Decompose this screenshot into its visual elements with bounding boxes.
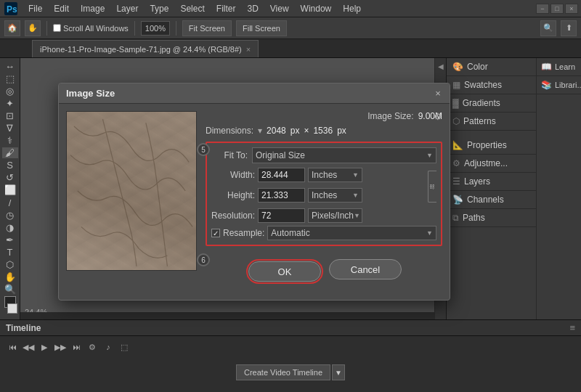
chain-link-icon[interactable]: ⛓ bbox=[428, 171, 436, 203]
share-icon[interactable]: ⬆ bbox=[561, 20, 577, 36]
side-panels: 🎨 Color ▦ Swatches ▓ Gradients ⬡ bbox=[446, 58, 536, 319]
fit-screen-button[interactable]: Fit Screen bbox=[182, 20, 232, 36]
bg-color[interactable] bbox=[7, 303, 17, 314]
dimensions-expand-icon[interactable]: ▾ bbox=[258, 126, 262, 136]
type-tool[interactable]: T bbox=[2, 247, 18, 258]
hand-tool[interactable]: ✋ bbox=[2, 271, 18, 282]
document-tab[interactable]: iPhone-11-Pro-Image-Sample-71.jpg @ 24.4… bbox=[32, 40, 259, 57]
menu-edit[interactable]: Edit bbox=[49, 2, 74, 15]
clone-tool[interactable]: S bbox=[2, 160, 18, 171]
swatches-panel-row[interactable]: ▦ Swatches bbox=[447, 76, 536, 94]
tl-settings-btn[interactable]: ⚙ bbox=[86, 340, 99, 354]
zoom-input[interactable] bbox=[141, 21, 170, 36]
properties-label: Properties bbox=[467, 140, 507, 150]
color-label: Color bbox=[467, 62, 488, 72]
libraries-icon: 📚 bbox=[541, 80, 552, 90]
timeline-menu-icon[interactable]: ≡ bbox=[569, 322, 575, 333]
minimize-button[interactable]: − bbox=[536, 4, 549, 14]
toolbar-sep2 bbox=[134, 21, 135, 36]
resolution-input[interactable] bbox=[258, 208, 305, 223]
dialog-buttons: OK Cancel bbox=[206, 253, 442, 293]
gear-icon[interactable]: ⚙ bbox=[434, 111, 442, 122]
menu-type[interactable]: Type bbox=[145, 2, 174, 15]
menu-layer[interactable]: Layer bbox=[111, 2, 143, 15]
menu-3d[interactable]: 3D bbox=[242, 2, 263, 15]
lasso-tool[interactable]: ◎ bbox=[2, 86, 18, 97]
healing-tool[interactable]: ⚕ bbox=[2, 135, 18, 146]
blur-tool[interactable]: ◷ bbox=[2, 210, 18, 221]
pen-tool[interactable]: ✒ bbox=[2, 234, 18, 245]
dialog-title: Image Size bbox=[66, 88, 115, 99]
resample-row: ✓ Resample: Automatic ▼ bbox=[211, 226, 436, 240]
marquee-tool[interactable]: ⬚ bbox=[2, 73, 18, 84]
adjustments-panel-row[interactable]: ⚙ Adjustme... bbox=[447, 155, 536, 172]
image-preview bbox=[66, 111, 197, 271]
horizontal-scrollbar[interactable] bbox=[20, 312, 434, 319]
dodge-tool[interactable]: ◑ bbox=[2, 222, 18, 233]
tl-fwd-btn[interactable]: ▶▶ bbox=[54, 340, 67, 354]
create-timeline-button[interactable]: Create Video Timeline bbox=[236, 364, 330, 380]
channels-panel-row[interactable]: 📡 Channels bbox=[447, 191, 536, 208]
create-timeline-container: Create Video Timeline ▼ bbox=[236, 364, 345, 380]
eraser-tool[interactable]: ⬜ bbox=[2, 184, 18, 195]
hand-tool-icon[interactable]: ✋ bbox=[25, 20, 41, 36]
channels-section: 📡 Channels bbox=[447, 191, 536, 209]
menu-window[interactable]: Window bbox=[296, 2, 337, 15]
close-button[interactable]: × bbox=[565, 4, 578, 14]
resolution-unit-select[interactable]: Pixels/Inch ▼ bbox=[308, 208, 362, 223]
brush-tool[interactable]: 🖌 bbox=[2, 147, 18, 158]
tl-back-btn[interactable]: ◀◀ bbox=[22, 340, 35, 354]
menu-file[interactable]: File bbox=[23, 2, 47, 15]
fit-to-select[interactable]: Original Size ▼ bbox=[252, 147, 436, 163]
gradient-tool[interactable]: / bbox=[2, 197, 18, 208]
menu-filter[interactable]: Filter bbox=[211, 2, 241, 15]
tab-close-icon[interactable]: × bbox=[246, 45, 251, 54]
shape-tool[interactable]: ⬡ bbox=[2, 259, 18, 270]
search-icon[interactable]: 🔍 bbox=[540, 20, 556, 36]
width-height-fields: Width: Inches ▼ Height: bbox=[211, 168, 426, 205]
zoom-tool[interactable]: 🔍 bbox=[2, 284, 18, 295]
paths-panel-row[interactable]: ⧉ Paths bbox=[447, 209, 536, 226]
tl-play-btn[interactable]: ▶ bbox=[38, 340, 51, 354]
width-input[interactable] bbox=[258, 168, 305, 182]
ok-button[interactable]: OK bbox=[248, 261, 321, 282]
tl-audio-btn[interactable]: ♪ bbox=[102, 340, 115, 354]
tl-marker-btn[interactable]: ⬚ bbox=[118, 340, 131, 354]
scroll-all-checkbox[interactable] bbox=[53, 24, 61, 32]
scroll-all-label[interactable]: Scroll All Windows bbox=[53, 24, 129, 33]
layers-panel-row[interactable]: ☰ Layers bbox=[447, 173, 536, 190]
dialog-close-button[interactable]: × bbox=[432, 88, 444, 99]
resample-checkbox[interactable]: ✓ bbox=[211, 229, 220, 237]
color-panel-row[interactable]: 🎨 Color bbox=[447, 58, 536, 75]
menu-view[interactable]: View bbox=[265, 2, 294, 15]
tl-to-start-btn[interactable]: ⏮ bbox=[6, 340, 19, 354]
menu-help[interactable]: Help bbox=[338, 2, 366, 15]
properties-panel-row[interactable]: 📐 Properties bbox=[447, 136, 536, 154]
tl-to-end-btn[interactable]: ⏭ bbox=[70, 340, 83, 354]
crop-tool[interactable]: ⊡ bbox=[2, 110, 18, 121]
libraries-panel-row[interactable]: 📚 Librari... bbox=[537, 76, 581, 94]
move-tool[interactable]: ↔ bbox=[2, 61, 18, 72]
gradients-panel-row[interactable]: ▓ Gradients bbox=[447, 94, 536, 112]
height-input[interactable] bbox=[258, 188, 305, 203]
menu-select[interactable]: Select bbox=[175, 2, 209, 15]
color-icon: 🎨 bbox=[452, 62, 463, 72]
image-size-dialog[interactable]: Image Size × bbox=[58, 83, 450, 301]
menu-image[interactable]: Image bbox=[76, 2, 110, 15]
height-unit-select[interactable]: Inches ▼ bbox=[308, 188, 362, 203]
fill-screen-button[interactable]: Fill Screen bbox=[236, 20, 287, 36]
magic-wand-tool[interactable]: ✦ bbox=[2, 98, 18, 109]
eyedropper-tool[interactable]: ∇ bbox=[2, 123, 18, 134]
resample-select[interactable]: Automatic ▼ bbox=[267, 226, 436, 240]
patterns-panel-row[interactable]: ⬡ Patterns bbox=[447, 113, 536, 130]
svg-text:Ps: Ps bbox=[7, 4, 17, 15]
adjustments-icon: ⚙ bbox=[452, 158, 460, 168]
learn-panel-row[interactable]: 📖 Learn bbox=[537, 58, 581, 76]
history-brush-tool[interactable]: ↺ bbox=[2, 172, 18, 183]
libraries-label: Librari... bbox=[555, 81, 581, 89]
cancel-button[interactable]: Cancel bbox=[329, 259, 402, 279]
maximize-button[interactable]: □ bbox=[550, 4, 564, 14]
home-icon[interactable]: 🏠 bbox=[4, 20, 20, 36]
width-unit-select[interactable]: Inches ▼ bbox=[308, 168, 362, 182]
create-timeline-dropdown-arrow[interactable]: ▼ bbox=[332, 364, 345, 380]
